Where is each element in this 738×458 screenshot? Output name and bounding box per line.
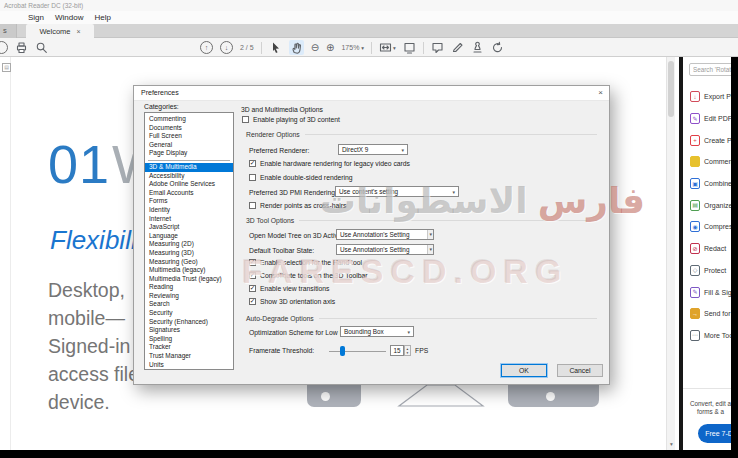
nav-pane-icon[interactable]: ▤ [2, 63, 11, 72]
category-item[interactable]: Language [145, 232, 233, 241]
check-double-sided[interactable]: Enable double-sided rendering [249, 174, 353, 181]
tool-item[interactable]: ⊘ Redact [683, 238, 738, 260]
check-hardware-rendering[interactable]: Enable hardware rendering for legacy vid… [249, 160, 410, 167]
print-icon[interactable] [15, 41, 28, 54]
share-loop-icon[interactable] [491, 41, 504, 54]
checkbox[interactable] [249, 202, 256, 209]
tool-item[interactable]: ⋯ More Tools [683, 325, 738, 347]
tool-item[interactable]: → Send for [683, 303, 738, 325]
tool-item[interactable]: + Create PDF [683, 129, 738, 151]
framerate-slider[interactable] [329, 351, 386, 352]
category-item[interactable]: Signatures [145, 326, 233, 335]
fill-sign-pencil-icon[interactable] [451, 41, 464, 54]
category-item[interactable]: JavaScript [145, 223, 233, 232]
checkbox[interactable] [249, 160, 256, 167]
menu-item[interactable]: Sign [28, 13, 44, 22]
tool-item[interactable]: ◇ Protect [683, 260, 738, 282]
category-item[interactable]: Page Display [145, 149, 233, 158]
category-item[interactable]: Reading [145, 283, 233, 292]
tab-welcome[interactable]: Welcome × [26, 24, 94, 38]
check-crosshairs[interactable]: Render points as cross-hairs [249, 202, 347, 209]
category-item[interactable]: Security (Enhanced) [145, 318, 233, 327]
menu-item[interactable]: Window [55, 13, 83, 22]
check-consolidate-tools[interactable]: Consolidate tools on the 3D Toolbar [249, 272, 368, 279]
category-item[interactable]: Security [145, 309, 233, 318]
check-enable-3d-content[interactable]: Enable playing of 3D content [242, 116, 340, 123]
ok-button[interactable]: OK [501, 364, 547, 377]
framerate-spinner[interactable]: ▴▾ [404, 345, 411, 356]
tool-item[interactable]: ◉ Compress PDF [683, 216, 738, 238]
reading-mode-icon[interactable] [403, 41, 416, 54]
tool-icon: ▤ [690, 200, 700, 211]
category-item[interactable]: Internet [145, 215, 233, 224]
checkbox[interactable] [249, 285, 256, 292]
zoom-in-icon[interactable]: ⊕ [326, 43, 334, 53]
toolbar-state-select[interactable]: Use Annotation's Setting [336, 244, 434, 255]
page-up-icon[interactable]: ↑ [200, 41, 213, 54]
zoom-out-icon[interactable]: ⊖ [311, 43, 319, 53]
category-item[interactable]: Documents [145, 124, 233, 133]
tool-item[interactable]: ✎ Edit PDF [683, 108, 738, 130]
save-cloud-icon[interactable] [0, 41, 8, 54]
dialog-titlebar[interactable]: Preferences [134, 86, 609, 101]
zoom-level-dropdown[interactable]: 175% ▾ [341, 44, 364, 51]
category-item[interactable]: Identity [145, 206, 233, 215]
document-scrollbar[interactable]: ▾ [666, 57, 675, 450]
tab-close-icon[interactable]: × [77, 28, 81, 35]
category-item[interactable]: Search [145, 300, 233, 309]
select-tool-icon[interactable] [269, 41, 282, 54]
slider-handle[interactable] [340, 346, 345, 356]
category-item[interactable]: Multimedia (legacy) [145, 266, 233, 275]
category-item[interactable]: Adobe Online Services [145, 180, 233, 189]
category-item[interactable]: Trust Manager [145, 352, 233, 361]
comment-icon[interactable] [431, 41, 444, 54]
tool-item[interactable]: ↓ Export PDF [683, 86, 738, 108]
tool-item[interactable]: ▤ Organize Pages [683, 194, 738, 216]
framerate-value-field[interactable]: 15 [390, 345, 404, 356]
category-item[interactable]: Email Accounts [145, 189, 233, 198]
scrollbar-down-arrow[interactable]: ▾ [667, 440, 676, 449]
category-item[interactable]: General [145, 141, 233, 150]
cancel-button[interactable]: Cancel [557, 364, 603, 377]
category-item[interactable]: Commenting [145, 115, 233, 124]
category-item[interactable]: Forms [145, 197, 233, 206]
hand-tool-icon[interactable] [289, 40, 304, 55]
search-icon[interactable] [35, 41, 48, 54]
tab-partial[interactable]: s [0, 24, 17, 38]
category-item[interactable]: Measuring (Geo) [145, 258, 233, 267]
checkbox[interactable] [249, 298, 256, 305]
category-item[interactable]: 3D & Multimedia [145, 163, 233, 172]
category-item[interactable]: Multimedia Trust (legacy) [145, 275, 233, 284]
checkbox[interactable] [249, 174, 256, 181]
scrollbar-thumb[interactable] [668, 61, 674, 117]
optimization-select[interactable]: Bounding Box [340, 326, 414, 337]
check-hand-selection[interactable]: Enable selection for the Hand tool [249, 259, 362, 266]
check-orientation-axis[interactable]: Show 3D orientation axis [249, 298, 335, 305]
page-number-field[interactable]: 2 / 5 [240, 44, 254, 51]
category-item[interactable]: Accessibility [145, 172, 233, 181]
dialog-close-icon[interactable]: × [598, 88, 603, 98]
tool-icon [690, 156, 700, 167]
check-view-transitions[interactable]: Enable view transitions [249, 285, 330, 292]
fit-width-dropdown[interactable]: ▾ [379, 41, 396, 54]
categories-listbox[interactable]: CommentingDocumentsFull ScreenGeneralPag… [144, 112, 234, 370]
model-tree-select[interactable]: Use Annotation's Setting [336, 229, 434, 240]
checkbox[interactable] [249, 272, 256, 279]
category-item[interactable]: Full Screen [145, 132, 233, 141]
category-item[interactable]: Spelling [145, 335, 233, 344]
tool-item[interactable]: ▣ Combine Files [683, 173, 738, 195]
category-item[interactable]: Tracker [145, 343, 233, 352]
pmi-mode-select[interactable]: Use content's setting [335, 186, 459, 197]
category-item[interactable]: Units [145, 361, 233, 370]
tool-item[interactable]: Comment [683, 151, 738, 173]
checkbox[interactable] [249, 259, 256, 266]
checkbox[interactable] [242, 116, 249, 123]
preferred-renderer-select[interactable]: DirectX 9 [338, 144, 408, 155]
category-item[interactable]: Measuring (3D) [145, 249, 233, 258]
category-item[interactable]: Measuring (2D) [145, 240, 233, 249]
tool-item[interactable]: ✎ Fill & Sign [683, 281, 738, 303]
category-item[interactable]: Reviewing [145, 292, 233, 301]
menu-item[interactable]: Help [94, 13, 110, 22]
stamp-icon[interactable] [471, 41, 484, 54]
page-down-icon[interactable]: ↓ [220, 41, 233, 54]
